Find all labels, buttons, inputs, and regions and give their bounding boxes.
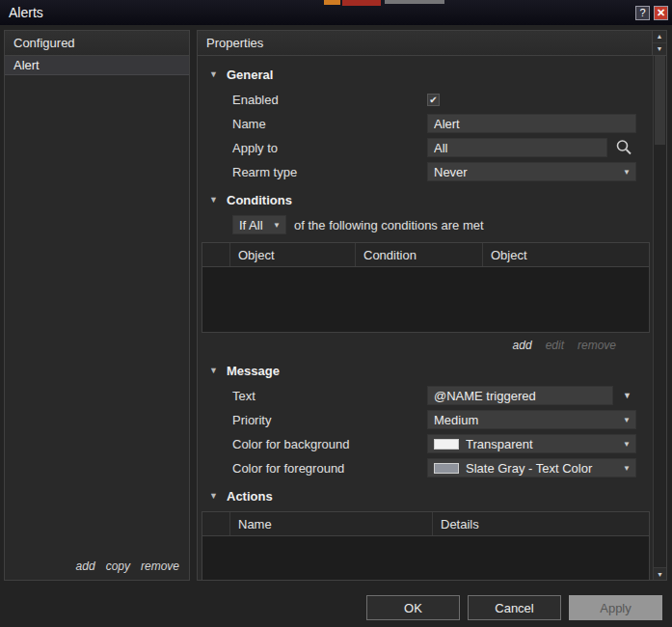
apply-button: Apply [569, 595, 662, 620]
conditions-links: add edit remove [198, 339, 616, 352]
search-icon[interactable] [614, 138, 633, 157]
collapse-icon[interactable]: ▼ [209, 195, 227, 204]
configured-header: Configured [5, 31, 189, 56]
scroll-down-icon[interactable]: ▼ [653, 43, 666, 55]
scroll-down-icon[interactable]: ▼ [654, 567, 666, 580]
properties-panel: Properties ▲ ▼ ▼ General Enabled ✔ Na [197, 30, 667, 581]
window-title: Alerts [9, 5, 632, 20]
copy-alert-link[interactable]: copy [106, 559, 130, 573]
message-text-input[interactable] [427, 386, 613, 405]
color-swatch-slate-gray [434, 463, 459, 474]
chevron-down-icon: ▼ [623, 168, 631, 177]
list-item-alert[interactable]: Alert [5, 56, 189, 75]
scrollbar-thumb[interactable] [655, 56, 665, 145]
rearm-type-dropdown[interactable]: Never ▼ [427, 162, 636, 181]
add-alert-link[interactable]: add [76, 559, 95, 573]
enabled-checkbox[interactable]: ✔ [427, 94, 440, 106]
apply-to-input[interactable] [427, 138, 607, 157]
column-header-condition[interactable]: Condition [356, 243, 483, 266]
rearm-type-label: Rearm type [232, 165, 427, 179]
section-conditions[interactable]: ▼ Conditions [209, 191, 653, 208]
configured-links: add copy remove [76, 559, 179, 573]
background-app-fragment [324, 0, 340, 5]
rearm-type-value: Never [434, 165, 619, 179]
foreground-color-label: Color for foreground [232, 461, 427, 476]
name-input[interactable] [427, 114, 636, 133]
actions-table-body [202, 536, 649, 580]
checkmark-icon: ✔ [429, 95, 437, 105]
header-scroll-arrows: ▲ ▼ [653, 31, 666, 56]
section-title: Actions [227, 489, 273, 504]
chevron-down-icon: ▼ [623, 464, 631, 473]
apply-to-label: Apply to [232, 141, 427, 155]
column-header-object2[interactable]: Object [483, 243, 649, 266]
foreground-color-dropdown[interactable]: Slate Gray - Text Color ▼ [427, 458, 636, 477]
properties-scrollbar[interactable]: ▼ [653, 56, 666, 580]
conditions-table: Object Condition Object [202, 242, 650, 333]
ok-button[interactable]: OK [366, 595, 460, 620]
close-button[interactable]: ✕ [654, 6, 668, 20]
priority-value: Medium [434, 413, 619, 427]
name-label: Name [232, 117, 427, 131]
remove-condition-link: remove [578, 339, 616, 352]
section-actions[interactable]: ▼ Actions [209, 487, 653, 504]
add-condition-link[interactable]: add [513, 339, 532, 352]
section-title: General [227, 68, 273, 82]
remove-alert-link[interactable]: remove [141, 559, 179, 573]
column-header-name[interactable]: Name [230, 512, 433, 535]
column-header-object[interactable]: Object [230, 243, 356, 266]
chevron-down-icon: ▼ [623, 416, 631, 424]
section-message[interactable]: ▼ Message [209, 362, 653, 379]
priority-dropdown[interactable]: Medium ▼ [427, 410, 636, 429]
section-title: Message [227, 364, 280, 378]
condition-mode-suffix: of the following conditions are met [294, 218, 484, 232]
background-app-fragment [385, 0, 444, 4]
collapse-icon[interactable]: ▼ [209, 69, 227, 79]
color-swatch-transparent [434, 439, 459, 450]
properties-header: Properties [198, 31, 653, 56]
edit-condition-link: edit [546, 339, 564, 352]
collapse-icon[interactable]: ▼ [209, 491, 227, 501]
dialog-footer: OK Cancel Apply [0, 588, 672, 627]
priority-label: Priority [232, 413, 427, 427]
chevron-down-icon[interactable]: ▼ [623, 391, 632, 400]
background-color-dropdown[interactable]: Transparent ▼ [427, 434, 636, 453]
column-header-details[interactable]: Details [433, 512, 649, 535]
cancel-button[interactable]: Cancel [468, 595, 561, 620]
section-title: Conditions [227, 193, 292, 207]
section-general[interactable]: ▼ General [209, 66, 653, 83]
background-app-fragment [342, 0, 381, 6]
selector-column-header [202, 512, 230, 535]
actions-table: Name Details [202, 511, 650, 580]
enabled-label: Enabled [232, 93, 427, 107]
foreground-color-value: Slate Gray - Text Color [466, 461, 619, 476]
selector-column-header [202, 243, 230, 266]
chevron-down-icon: ▼ [623, 440, 631, 449]
collapse-icon[interactable]: ▼ [209, 366, 227, 375]
configured-panel: Configured Alert add copy remove [4, 30, 190, 581]
condition-mode-value: If All [239, 218, 269, 232]
scroll-up-icon[interactable]: ▲ [653, 31, 666, 43]
text-label: Text [232, 389, 427, 403]
help-button[interactable]: ? [635, 6, 650, 20]
chevron-down-icon: ▼ [273, 221, 281, 230]
background-color-label: Color for background [232, 437, 427, 451]
background-color-value: Transparent [466, 437, 619, 451]
condition-mode-dropdown[interactable]: If All ▼ [232, 215, 286, 234]
conditions-table-body [202, 267, 649, 332]
